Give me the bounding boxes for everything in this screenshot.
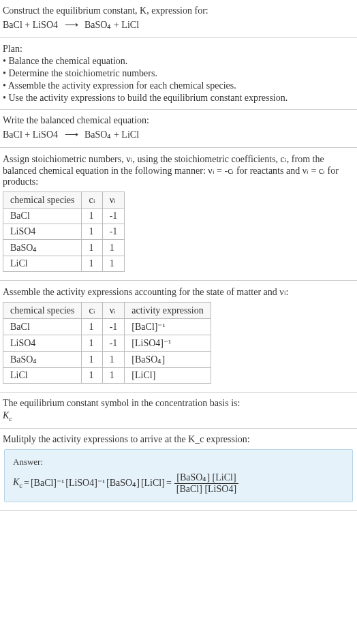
cell-expr: [BaCl]⁻¹	[125, 319, 211, 335]
plan-bullet-2: • Determine the stoichiometric numbers.	[3, 68, 354, 79]
term-baso4: [BaSO₄]	[106, 477, 140, 489]
cell-ci: 1	[82, 352, 102, 368]
table-row: BaCl 1 -1	[3, 209, 125, 224]
table-header-row: chemical species cᵢ νᵢ activity expressi…	[3, 303, 211, 319]
col-expr: activity expression	[125, 303, 211, 319]
prompt-reaction: BaCl + LiSO4 ⟶ BaSO₄ + LiCl	[3, 19, 354, 31]
cell-ci: 1	[82, 209, 102, 224]
prompt-lhs: BaCl + LiSO4	[3, 20, 58, 30]
cell-expr: [LiCl]	[125, 368, 211, 384]
cell-species: BaCl	[3, 209, 82, 224]
symbol-line: The equilibrium constant symbol in the c…	[3, 398, 354, 409]
balanced-reaction: BaCl + LiSO4 ⟶ BaSO₄ + LiCl	[3, 129, 354, 140]
cell-ci: 1	[82, 319, 102, 335]
cell-vi: 1	[102, 352, 125, 368]
col-species: chemical species	[3, 192, 82, 209]
cell-species: LiSO4	[3, 335, 82, 352]
cell-ci: 1	[82, 368, 102, 384]
cell-species: LiCl	[3, 256, 82, 272]
prompt-line1: Construct the equilibrium constant, K, e…	[3, 5, 354, 16]
table-row: LiSO4 1 -1	[3, 224, 125, 240]
fraction-denominator: [BaCl] [LiSO4]	[174, 484, 238, 495]
table-row: BaSO₄ 1 1 [BaSO₄]	[3, 352, 211, 368]
cell-species: LiSO4	[3, 224, 82, 240]
prompt-rhs: BaSO₄ + LiCl	[84, 20, 139, 30]
activity-section: Assemble the activity expressions accoun…	[0, 281, 357, 393]
cell-vi: 1	[102, 368, 125, 384]
table-row: LiCl 1 1 [LiCl]	[3, 368, 211, 384]
cell-expr: [LiSO4]⁻¹	[125, 335, 211, 352]
arrow-icon: ⟶	[61, 20, 82, 30]
term-licl: [LiCl]	[141, 478, 165, 489]
symbol-kc: Kc	[3, 410, 354, 423]
kc-symbol: Kc	[13, 477, 22, 489]
table-row: BaCl 1 -1 [BaCl]⁻¹	[3, 319, 211, 335]
col-ci: cᵢ	[82, 303, 102, 319]
plan-bullet-4: • Use the activity expressions to build …	[3, 93, 354, 104]
cell-species: BaSO₄	[3, 240, 82, 256]
symbol-section: The equilibrium constant symbol in the c…	[0, 393, 357, 429]
plan-bullet-1: • Balance the chemical equation.	[3, 56, 354, 67]
stoich-table: chemical species cᵢ νᵢ BaCl 1 -1 LiSO4 1…	[3, 191, 125, 272]
prompt-section: Construct the equilibrium constant, K, e…	[0, 0, 357, 38]
cell-vi: -1	[102, 224, 125, 240]
arrow-icon: ⟶	[61, 129, 82, 140]
multiply-line: Mulitply the activity expressions to arr…	[3, 434, 354, 445]
balanced-heading: Write the balanced chemical equation:	[3, 115, 354, 126]
equals-sign: =	[24, 478, 29, 489]
multiply-section: Mulitply the activity expressions to arr…	[0, 429, 357, 511]
cell-vi: -1	[102, 335, 125, 352]
cell-species: BaSO₄	[3, 352, 82, 368]
table-row: LiSO4 1 -1 [LiSO4]⁻¹	[3, 335, 211, 352]
table-row: LiCl 1 1	[3, 256, 125, 272]
fraction: [BaSO₄] [LiCl] [BaCl] [LiSO4]	[174, 472, 238, 495]
cell-vi: -1	[102, 209, 125, 224]
balanced-lhs: BaCl + LiSO4	[3, 129, 58, 140]
answer-box: Answer: Kc = [BaCl]⁻¹ [LiSO4]⁻¹ [BaSO₄] …	[4, 449, 353, 502]
term-liso4: [LiSO4]⁻¹	[65, 477, 105, 489]
plan-bullet-3: • Assemble the activity expression for e…	[3, 80, 354, 91]
cell-vi: 1	[102, 256, 125, 272]
equals-sign: =	[166, 478, 172, 489]
col-vi: νᵢ	[102, 303, 125, 319]
plan-section: Plan: • Balance the chemical equation. •…	[0, 38, 357, 110]
table-row: BaSO₄ 1 1	[3, 240, 125, 256]
activity-intro: Assemble the activity expressions accoun…	[3, 286, 354, 298]
cell-ci: 1	[82, 335, 102, 352]
term-bacl: [BaCl]⁻¹	[31, 477, 64, 489]
activity-table: chemical species cᵢ νᵢ activity expressi…	[3, 302, 211, 384]
balanced-section: Write the balanced chemical equation: Ba…	[0, 110, 357, 148]
cell-vi: 1	[102, 240, 125, 256]
answer-expression: Kc = [BaCl]⁻¹ [LiSO4]⁻¹ [BaSO₄] [LiCl] =…	[13, 472, 344, 495]
cell-vi: -1	[102, 319, 125, 335]
col-species: chemical species	[3, 303, 82, 319]
cell-ci: 1	[82, 240, 102, 256]
fraction-numerator: [BaSO₄] [LiCl]	[174, 472, 238, 484]
stoich-section: Assign stoichiometric numbers, νᵢ, using…	[0, 148, 357, 281]
table-header-row: chemical species cᵢ νᵢ	[3, 192, 125, 209]
col-ci: cᵢ	[82, 192, 102, 209]
cell-ci: 1	[82, 256, 102, 272]
cell-species: LiCl	[3, 368, 82, 384]
cell-ci: 1	[82, 224, 102, 240]
col-vi: νᵢ	[102, 192, 125, 209]
answer-label: Answer:	[13, 457, 344, 467]
stoich-intro: Assign stoichiometric numbers, νᵢ, using…	[3, 153, 354, 187]
plan-heading: Plan:	[3, 44, 354, 55]
cell-species: BaCl	[3, 319, 82, 335]
cell-expr: [BaSO₄]	[125, 352, 211, 368]
balanced-rhs: BaSO₄ + LiCl	[84, 129, 139, 140]
